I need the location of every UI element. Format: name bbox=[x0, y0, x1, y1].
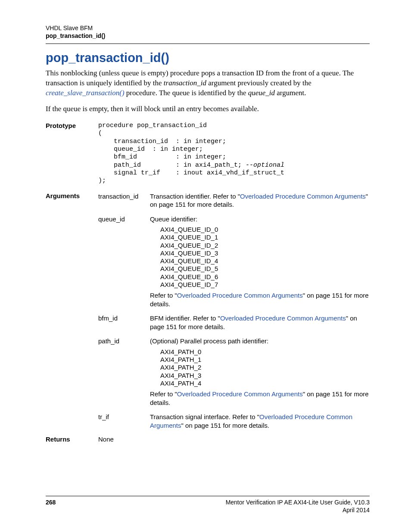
text: Refer to "Overloaded Procedure Common Ar… bbox=[150, 390, 370, 407]
enum-item: AXI4_QUEUE_ID_3 bbox=[160, 249, 370, 257]
intro-paragraph-1: This nonblocking (unless queue is empty)… bbox=[46, 68, 370, 98]
text: BFM identifier. Refer to " bbox=[150, 314, 220, 322]
arg-desc-tr-if: Transaction signal interface. Refer to "… bbox=[150, 413, 370, 429]
enum-item: AXI4_QUEUE_ID_5 bbox=[160, 265, 370, 273]
enum-item: AXI4_PATH_4 bbox=[160, 380, 370, 387]
code-line: signal tr_if : inout axi4_vhd_if_struct_… bbox=[98, 169, 284, 177]
code-line: procedure pop_transaction_id bbox=[98, 122, 207, 129]
code-comment: --optional bbox=[246, 162, 284, 169]
code-line: queue_id : in integer; bbox=[98, 146, 203, 153]
text: Transaction identifier. Refer to " bbox=[150, 193, 240, 200]
link-create-slave-transaction[interactable]: create_slave_transaction() bbox=[46, 89, 125, 97]
intro-paragraph-2: If the queue is empty, then it will bloc… bbox=[46, 104, 370, 114]
label-arguments: Arguments bbox=[46, 190, 97, 434]
arg-name-inline: transaction_id bbox=[164, 79, 206, 87]
code-line: bfm_id : in integer; bbox=[98, 153, 226, 161]
enum-item: AXI4_QUEUE_ID_4 bbox=[160, 257, 370, 265]
text: Queue identifier: bbox=[150, 215, 370, 224]
arg-name-bfm-id: bfm_id bbox=[98, 314, 146, 331]
code-line: ( bbox=[98, 130, 102, 137]
header-chapter: VHDL Slave BFM bbox=[46, 24, 370, 32]
prototype-code: procedure pop_transaction_id ( transacti… bbox=[98, 120, 370, 190]
page-title: pop_transaction_id() bbox=[46, 51, 370, 65]
footer-date: April 2014 bbox=[226, 506, 370, 514]
link-overloaded-args[interactable]: Overloaded Procedure Common Arguments bbox=[220, 314, 346, 322]
enum-item: AXI4_QUEUE_ID_2 bbox=[160, 242, 370, 249]
text: " on page 151 for more details. bbox=[181, 422, 270, 429]
returns-value: None bbox=[98, 434, 370, 443]
enum-item: AXI4_QUEUE_ID_6 bbox=[160, 273, 370, 281]
code-line: path_id : in axi4_path_t; bbox=[98, 162, 246, 169]
enum-item: AXI4_PATH_1 bbox=[160, 356, 370, 364]
arg-desc-queue-id: Queue identifier: AXI4_QUEUE_ID_0 AXI4_Q… bbox=[150, 215, 370, 308]
enum-item: AXI4_QUEUE_ID_7 bbox=[160, 281, 370, 289]
label-returns: Returns bbox=[46, 434, 97, 443]
link-overloaded-args[interactable]: Overloaded Procedure Common Arguments bbox=[240, 193, 366, 200]
text: argument. bbox=[275, 89, 306, 97]
arg-name-inline: queue_id bbox=[248, 89, 275, 97]
header-divider bbox=[46, 44, 370, 44]
arg-name-queue-id: queue_id bbox=[98, 215, 146, 308]
enum-item: AXI4_QUEUE_ID_0 bbox=[160, 226, 370, 233]
link-overloaded-args[interactable]: Overloaded Procedure Common Arguments bbox=[177, 292, 303, 299]
text: procedure. The queue is identified by th… bbox=[125, 89, 248, 97]
enum-item: AXI4_QUEUE_ID_1 bbox=[160, 233, 370, 241]
footer-doc-title: Mentor Verification IP AE AXI4-Lite User… bbox=[226, 498, 370, 506]
text: Transaction signal interface. Refer to " bbox=[150, 413, 259, 420]
text: Refer to " bbox=[150, 292, 177, 299]
link-overloaded-args[interactable]: Overloaded Procedure Common Arguments bbox=[177, 390, 303, 398]
text: Refer to " bbox=[150, 390, 177, 398]
label-prototype: Prototype bbox=[46, 120, 97, 190]
path-id-enum: AXI4_PATH_0 AXI4_PATH_1 AXI4_PATH_2 AXI4… bbox=[150, 345, 370, 390]
enum-item: AXI4_PATH_2 bbox=[160, 364, 370, 371]
text: argument previously created by the bbox=[206, 79, 311, 87]
page-number: 268 bbox=[46, 498, 56, 514]
code-line: ); bbox=[98, 177, 106, 184]
enum-item: AXI4_PATH_0 bbox=[160, 348, 370, 356]
page-footer: 268 Mentor Verification IP AE AXI4-Lite … bbox=[46, 496, 370, 514]
arg-name-transaction-id: transaction_id bbox=[98, 192, 146, 209]
code-line: transaction_id : in integer; bbox=[98, 138, 226, 145]
arg-desc-path-id: (Optional) Parallel process path identif… bbox=[150, 337, 370, 407]
arg-desc-transaction-id: Transaction identifier. Refer to "Overlo… bbox=[150, 192, 370, 209]
header-topic: pop_transaction_id() bbox=[46, 32, 370, 40]
arg-desc-bfm-id: BFM identifier. Refer to "Overloaded Pro… bbox=[150, 314, 370, 331]
arg-name-tr-if: tr_if bbox=[98, 413, 146, 429]
text: (Optional) Parallel process path identif… bbox=[150, 337, 370, 345]
enum-item: AXI4_PATH_3 bbox=[160, 372, 370, 380]
arg-name-path-id: path_id bbox=[98, 337, 146, 407]
text: Refer to "Overloaded Procedure Common Ar… bbox=[150, 291, 370, 308]
footer-divider bbox=[46, 496, 370, 496]
arguments-table: transaction_id Transaction identifier. R… bbox=[98, 190, 370, 434]
queue-id-enum: AXI4_QUEUE_ID_0 AXI4_QUEUE_ID_1 AXI4_QUE… bbox=[150, 223, 370, 291]
